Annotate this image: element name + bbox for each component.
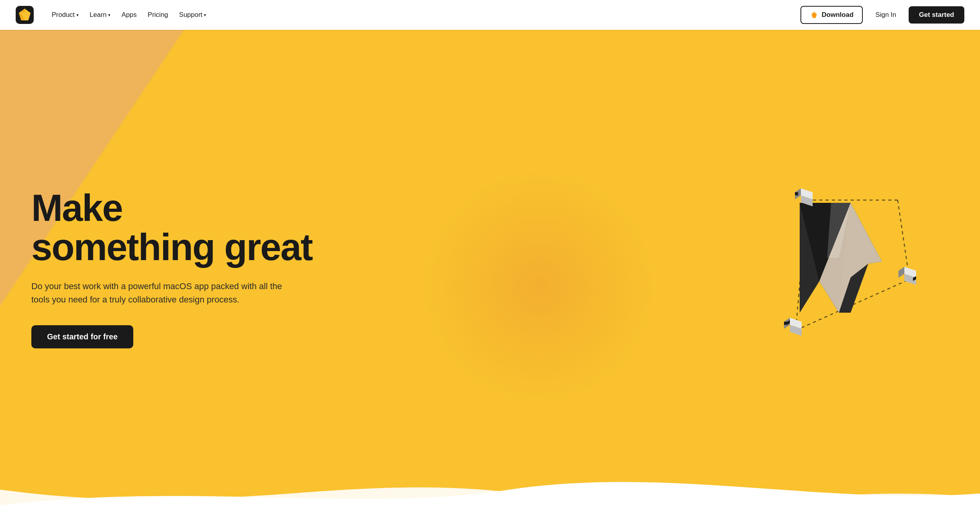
hero-title: Make something great: [31, 188, 312, 268]
chevron-down-icon: ▾: [76, 13, 79, 18]
nav-label-support: Support: [179, 11, 203, 19]
download-button[interactable]: Download: [800, 6, 863, 24]
nav-label-pricing: Pricing: [148, 11, 168, 19]
download-label: Download: [822, 11, 853, 19]
nav-items: Product ▾ Learn ▾ Apps Pricing Support ▾: [48, 8, 210, 22]
chevron-down-icon: ▾: [108, 13, 111, 18]
getstarted-nav-button[interactable]: Get started: [909, 6, 964, 24]
nav-label-apps: Apps: [122, 11, 137, 19]
hero-subtitle: Do your best work with a powerful macOS …: [31, 280, 282, 306]
svg-marker-26: [784, 322, 787, 325]
nav-label-learn: Learn: [90, 11, 107, 19]
hero-content: Make something great Do your best work w…: [0, 188, 312, 349]
nav-item-learn[interactable]: Learn ▾: [86, 8, 114, 22]
signin-button[interactable]: Sign In: [869, 7, 902, 23]
nav-actions: Download Sign In Get started: [800, 6, 964, 24]
svg-marker-29: [898, 267, 904, 278]
nav-item-product[interactable]: Product ▾: [48, 8, 83, 22]
sketch-logo-icon: [16, 6, 34, 24]
nav-label-product: Product: [52, 11, 75, 19]
nav-item-pricing[interactable]: Pricing: [144, 8, 172, 22]
illustration-svg: [749, 166, 937, 385]
signin-label: Sign In: [875, 11, 896, 18]
hero-illustration: [706, 30, 980, 521]
svg-marker-22: [795, 192, 798, 195]
nav-item-support[interactable]: Support ▾: [175, 8, 211, 22]
nav-item-apps[interactable]: Apps: [118, 8, 141, 22]
sketch-gem-icon: [810, 11, 818, 19]
navbar: Product ▾ Learn ▾ Apps Pricing Support ▾: [0, 0, 980, 30]
hero-cta-button[interactable]: Get started for free: [31, 325, 133, 348]
chevron-down-icon: ▾: [204, 13, 206, 18]
hero-section: Make something great Do your best work w…: [0, 0, 980, 521]
cursor-illustration: [749, 166, 937, 385]
getstarted-nav-label: Get started: [919, 11, 954, 18]
hero-cta-label: Get started for free: [47, 332, 118, 341]
logo[interactable]: [16, 6, 34, 24]
bg-circle: [421, 169, 657, 404]
